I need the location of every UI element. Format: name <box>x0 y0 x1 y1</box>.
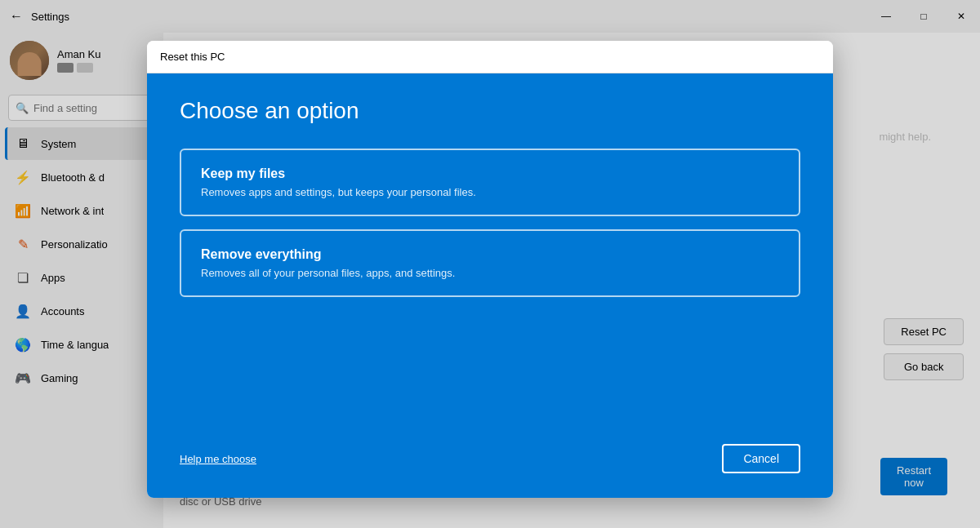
dialog-heading: Choose an option <box>180 98 800 124</box>
remove-everything-option[interactable]: Remove everything Removes all of your pe… <box>180 229 800 297</box>
dialog-body: Choose an option Keep my files Removes a… <box>147 73 833 498</box>
dialog-footer: Help me choose Cancel <box>180 419 800 473</box>
keep-files-option[interactable]: Keep my files Removes apps and settings,… <box>180 149 800 216</box>
cancel-button[interactable]: Cancel <box>722 444 800 473</box>
dialog-title-text: Reset this PC <box>160 51 225 63</box>
help-me-choose-link[interactable]: Help me choose <box>180 453 256 465</box>
keep-files-desc: Removes apps and settings, but keeps you… <box>201 186 779 198</box>
reset-pc-dialog: Reset this PC Choose an option Keep my f… <box>147 41 833 498</box>
keep-files-title: Keep my files <box>201 166 779 181</box>
dialog-titlebar: Reset this PC <box>147 41 833 73</box>
settings-window: ← Settings — □ ✕ Aman Ku <box>0 0 980 528</box>
dialog-wrapper: Reset this PC Choose an option Keep my f… <box>0 33 980 528</box>
remove-everything-title: Remove everything <box>201 247 779 262</box>
remove-everything-desc: Removes all of your personal files, apps… <box>201 267 779 279</box>
